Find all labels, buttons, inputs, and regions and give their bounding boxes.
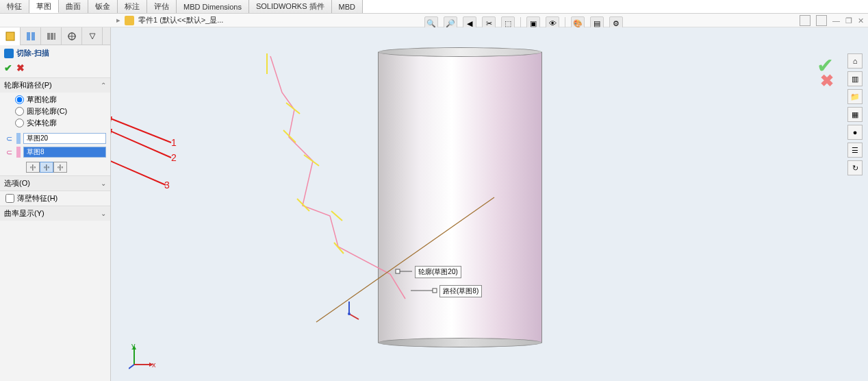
feature-title: 切除-扫描 — [16, 48, 49, 58]
appearances-icon[interactable]: ● — [847, 125, 863, 140]
tab-mbd-dimensions[interactable]: MBD Dimensions — [177, 0, 249, 13]
svg-marker-12 — [111, 129, 112, 134]
breadcrumb-bar: ▸ 零件1 (默认<<默认>_显... 🔍 🔎 ◀ ✂ ⬚ ▣ 👁 🎨 ▤ ⚙ … — [0, 14, 868, 27]
property-manager-tab-icon[interactable] — [21, 27, 41, 45]
part-icon — [125, 16, 134, 25]
path-field-icon: ⊂ — [4, 147, 14, 157]
svg-rect-5 — [54, 33, 55, 40]
view-triad: x y — [129, 343, 156, 370]
radio-circular-profile[interactable]: 圆形轮廓(C) — [15, 106, 110, 117]
feature-manager-tab-icon[interactable] — [0, 27, 21, 45]
property-manager-panel: 切除-扫描 ✔ ✖ 轮廓和路径(P) ⌃ 草图轮廓 圆形轮廓(C) — [0, 27, 111, 381]
graphics-viewport[interactable]: ✔ ✖ ⌂ ▥ 📁 ▦ ● ☰ ↻ — [111, 27, 868, 381]
svg-rect-1 — [27, 32, 30, 40]
svg-rect-0 — [6, 32, 14, 40]
thin-feature-label: 薄壁特征(H) — [17, 193, 58, 204]
profile-path-header[interactable]: 轮廓和路径(P) ⌃ — [0, 78, 110, 93]
curvature-display-header[interactable]: 曲率显示(Y) ⌄ — [0, 206, 110, 221]
annotation-3: 3 — [164, 180, 170, 190]
ok-button[interactable]: ✔ — [4, 62, 12, 73]
callout-profile[interactable]: 轮廓(草图20) — [415, 266, 461, 278]
tab-sheet-metal[interactable]: 钣金 — [88, 0, 118, 13]
svg-rect-3 — [47, 33, 50, 40]
alignment-option-2[interactable]: ◦|◦ — [40, 162, 53, 173]
path-color-strip — [16, 147, 21, 158]
breadcrumb-text[interactable]: 零件1 (默认<<默认>_显... — [138, 15, 223, 25]
svg-point-25 — [348, 312, 350, 315]
thin-feature-checkbox[interactable] — [5, 194, 14, 203]
task-pane: ⌂ ▥ 📁 ▦ ● ☰ ↻ — [847, 53, 864, 175]
window-controls: — ❐ ✕ — [800, 15, 864, 26]
file-explorer-icon[interactable]: ▦ — [847, 107, 863, 122]
svg-line-24 — [349, 314, 359, 319]
breadcrumb-expand-icon[interactable]: ▸ — [116, 16, 120, 25]
svg-line-13 — [111, 144, 166, 185]
design-library-icon[interactable]: 📁 — [847, 89, 863, 104]
home-icon[interactable]: ⌂ — [847, 53, 863, 69]
chevron-up-icon: ⌃ — [101, 82, 106, 89]
window-close-icon[interactable]: ✕ — [858, 16, 864, 25]
options-header[interactable]: 选项(O) ⌄ — [0, 176, 110, 190]
svg-rect-2 — [31, 32, 35, 40]
configuration-manager-tab-icon[interactable] — [41, 27, 62, 45]
tab-sketch[interactable]: 草图 — [29, 0, 59, 13]
custom-properties-icon[interactable]: ☰ — [847, 143, 863, 158]
cancel-x-icon[interactable]: ✖ — [820, 71, 834, 90]
window-tile-icon[interactable] — [800, 15, 810, 26]
thin-feature-row[interactable]: 薄壁特征(H) — [0, 191, 110, 206]
annotation-2: 2 — [171, 152, 177, 163]
radio-sketch-profile-input[interactable] — [15, 95, 24, 104]
svg-line-20 — [331, 211, 342, 221]
profile-selection-field[interactable]: 草图20 — [23, 133, 106, 144]
svg-line-16 — [286, 103, 300, 114]
manager-tabs — [0, 27, 110, 45]
radio-circular-profile-input[interactable] — [15, 107, 24, 116]
svg-marker-10 — [111, 116, 112, 122]
sweep-alignment-toggle: ◦|◦ ◦|◦ ◦|◦ — [0, 159, 110, 175]
swept-cut-icon — [4, 49, 14, 58]
radio-solid-profile[interactable]: 实体轮廓 — [15, 117, 110, 129]
svg-text:x: x — [152, 360, 156, 369]
radio-sketch-profile[interactable]: 草图轮廓 — [15, 94, 110, 106]
svg-line-9 — [111, 116, 171, 143]
tab-evaluate[interactable]: 评估 — [147, 0, 177, 13]
tab-mbd[interactable]: MBD — [332, 0, 363, 13]
svg-rect-4 — [51, 33, 53, 40]
svg-line-19 — [297, 199, 309, 211]
svg-line-17 — [283, 130, 296, 143]
radio-sketch-profile-label: 草图轮廓 — [27, 95, 57, 105]
alignment-option-3[interactable]: ◦|◦ — [53, 162, 67, 173]
svg-text:y: y — [131, 343, 136, 349]
tab-annotate[interactable]: 标注 — [118, 0, 147, 13]
profile-field-icon: ⊂ — [4, 134, 14, 143]
chevron-down-icon: ⌄ — [101, 180, 106, 187]
svg-line-34 — [129, 365, 134, 369]
radio-solid-profile-input[interactable] — [15, 119, 24, 127]
chevron-down-icon: ⌄ — [101, 210, 106, 217]
resources-icon[interactable]: ▥ — [847, 71, 863, 86]
profile-color-strip — [16, 133, 21, 144]
alignment-option-1[interactable]: ◦|◦ — [26, 162, 40, 173]
callout-path[interactable]: 路径(草图8) — [439, 285, 482, 297]
radio-circular-profile-label: 圆形轮廓(C) — [27, 106, 67, 116]
tab-surfaces[interactable]: 曲面 — [59, 0, 88, 13]
tab-features[interactable]: 特征 — [0, 0, 29, 13]
curvature-display-label: 曲率显示(Y) — [4, 208, 44, 219]
cancel-button[interactable]: ✖ — [16, 62, 25, 73]
feature-title-row: 切除-扫描 — [0, 45, 110, 61]
forum-icon[interactable]: ↻ — [847, 160, 863, 175]
path-selection-field[interactable]: 草图8 — [23, 147, 106, 158]
display-manager-tab-icon[interactable] — [82, 27, 103, 45]
window-cascade-icon[interactable] — [816, 15, 827, 26]
window-restore-icon[interactable]: ❐ — [845, 16, 852, 25]
dimxpert-manager-tab-icon[interactable] — [62, 27, 82, 45]
svg-line-21 — [334, 243, 344, 254]
radio-solid-profile-label: 实体轮廓 — [27, 118, 57, 128]
annotation-1: 1 — [171, 137, 177, 148]
cylinder-body — [378, 52, 542, 343]
svg-line-18 — [304, 155, 319, 166]
command-manager-tabs: 特征 草图 曲面 钣金 标注 评估 MBD Dimensions SOLIDWO… — [0, 0, 868, 14]
window-minimize-icon[interactable]: — — [832, 16, 840, 25]
svg-line-11 — [111, 129, 171, 158]
tab-solidworks-addins[interactable]: SOLIDWORKS 插件 — [249, 0, 332, 13]
